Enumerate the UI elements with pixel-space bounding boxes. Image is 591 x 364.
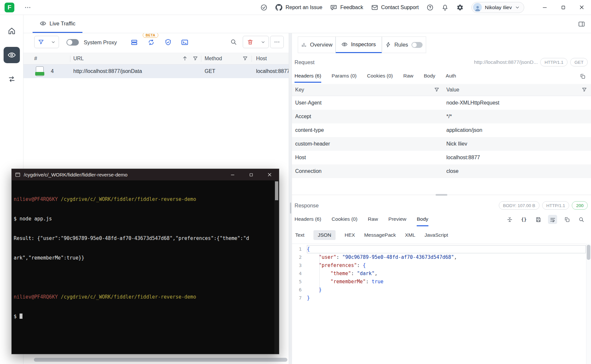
terminal-close-icon[interactable] xyxy=(260,169,279,180)
columns-view-icon[interactable] xyxy=(130,38,138,46)
code-scrollbar-track[interactable] xyxy=(586,244,591,364)
report-issue-button[interactable]: Report an Issue xyxy=(275,4,322,11)
format-tab-hex[interactable]: HEX xyxy=(345,232,355,238)
top-bar: F Report an Issue Feedback xyxy=(0,0,591,15)
filter-button-group[interactable] xyxy=(34,36,59,48)
terminal-scrollbar[interactable] xyxy=(274,180,279,354)
filter-icon[interactable] xyxy=(35,36,48,48)
sidebar-item-live-traffic[interactable] xyxy=(4,47,20,63)
header-row[interactable]: custom-headerNick Iliev xyxy=(292,137,591,151)
column-url[interactable]: URL xyxy=(73,53,84,64)
request-tab-body[interactable]: Body xyxy=(424,70,435,83)
user-menu[interactable]: Nikolay Iliev xyxy=(471,2,524,13)
header-value: close xyxy=(446,168,591,174)
feedback-button[interactable]: Feedback xyxy=(330,4,363,11)
column-host[interactable]: Host xyxy=(256,53,267,64)
inspector-splitter[interactable] xyxy=(292,193,591,197)
code-line[interactable]: 4 "theme": "dark", xyxy=(292,270,586,278)
terminal-maximize-icon[interactable] xyxy=(242,169,260,180)
json-body-code[interactable]: 1{2 "user": "90c96789-95e0-48fd-af70-436… xyxy=(292,244,586,364)
status-check-icon[interactable] xyxy=(260,4,267,11)
more-options-button[interactable] xyxy=(270,36,284,48)
format-tab-text[interactable]: Text xyxy=(295,232,304,238)
code-line[interactable]: 3 "preferences": { xyxy=(292,261,586,270)
filter-method-icon[interactable] xyxy=(242,56,248,61)
header-row[interactable]: content-typeapplication/json xyxy=(292,123,591,137)
rules-toggle[interactable] xyxy=(411,42,423,48)
request-tab-auth[interactable]: Auth xyxy=(446,70,456,83)
sidebar-item-home[interactable] xyxy=(4,23,20,39)
notifications-bell-icon[interactable] xyxy=(441,4,449,11)
minimize-icon[interactable] xyxy=(535,0,554,15)
format-tab-javascript[interactable]: JavaScript xyxy=(425,232,448,238)
maximize-icon[interactable] xyxy=(554,0,572,15)
request-title: Request xyxy=(295,59,314,65)
header-row[interactable]: Accept*/* xyxy=(292,110,591,123)
tab-inspectors[interactable]: Inspectors xyxy=(336,36,382,53)
panel-splitter[interactable] xyxy=(289,33,292,364)
column-method[interactable]: Method xyxy=(205,53,222,64)
layout-panels-icon[interactable] xyxy=(578,21,585,28)
code-line[interactable]: 5 "rememberMe": true xyxy=(292,278,586,286)
system-proxy-toggle[interactable] xyxy=(66,39,79,46)
copy-icon[interactable] xyxy=(562,215,571,224)
contact-support-button[interactable]: Contact Support xyxy=(371,4,419,11)
format-tab-json[interactable]: JSON xyxy=(313,230,335,240)
terminal-scrollbar-thumb[interactable] xyxy=(275,181,278,200)
copy-request-icon[interactable] xyxy=(580,73,586,79)
request-tab-headers[interactable]: Headers (6) xyxy=(295,70,321,83)
app-logo[interactable]: F xyxy=(5,3,14,12)
terminal-body[interactable]: niliev@PF4RQ6KY /cygdrive/c/_WORK/fiddle… xyxy=(12,180,279,354)
request-tab-params[interactable]: Params (0) xyxy=(332,70,357,83)
chevron-down-icon[interactable] xyxy=(257,36,268,48)
response-tab-headers[interactable]: Headers (6) xyxy=(295,213,321,226)
session-row[interactable]: JSON 4 http://localhost:8877/jsonData GE… xyxy=(23,64,289,78)
fold-icon[interactable] xyxy=(505,215,514,224)
format-tab-xml[interactable]: XML xyxy=(405,232,415,238)
close-icon[interactable] xyxy=(572,0,591,15)
word-wrap-icon[interactable] xyxy=(548,215,557,224)
settings-gear-icon[interactable] xyxy=(456,4,464,11)
filter-value-icon[interactable] xyxy=(582,87,587,92)
tab-rules[interactable]: Rules xyxy=(382,36,426,53)
search-body-icon[interactable] xyxy=(577,215,586,224)
response-tab-cookies[interactable]: Cookies (0) xyxy=(332,213,357,226)
terminal-minimize-icon[interactable] xyxy=(223,169,242,180)
request-tab-cookies[interactable]: Cookies (0) xyxy=(367,70,393,83)
terminal-title-bar[interactable]: /cygdrive/c/_WORK/fiddler/fiddler-revers… xyxy=(12,169,279,180)
help-icon[interactable] xyxy=(426,4,434,11)
terminal-icon[interactable] xyxy=(181,38,189,46)
tab-live-traffic[interactable]: Live Traffic xyxy=(33,15,82,33)
header-row[interactable]: Connectionclose xyxy=(292,164,591,178)
column-number[interactable]: # xyxy=(34,53,37,64)
tab-overview[interactable]: Overview xyxy=(298,36,336,53)
code-line[interactable]: 1{ xyxy=(292,245,586,253)
response-tab-preview[interactable]: Preview xyxy=(388,213,406,226)
chevron-down-icon[interactable] xyxy=(48,36,59,48)
request-tab-raw[interactable]: Raw xyxy=(403,70,413,83)
response-tab-body[interactable]: Body xyxy=(417,213,428,226)
filter-key-icon[interactable] xyxy=(434,87,440,92)
horizontal-scrollbar[interactable] xyxy=(34,358,287,362)
search-icon[interactable] xyxy=(230,38,237,46)
format-tab-messagepack[interactable]: MessagePack xyxy=(364,232,396,238)
filter-url-icon[interactable] xyxy=(193,56,198,61)
sidebar-item-composer[interactable] xyxy=(4,71,20,87)
terminal-window[interactable]: /cygdrive/c/_WORK/fiddler/fiddler-revers… xyxy=(11,169,279,354)
delete-button-group[interactable] xyxy=(243,36,269,48)
trash-icon[interactable] xyxy=(243,36,257,48)
code-scrollbar-thumb[interactable] xyxy=(587,245,590,260)
header-row[interactable]: Hostlocalhost:8877 xyxy=(292,151,591,164)
https-shield-icon[interactable] xyxy=(164,38,172,46)
auto-responder-icon[interactable] xyxy=(147,38,155,46)
code-line[interactable]: 2 "user": "90c96789-95e0-48fd-af70-43673… xyxy=(292,253,586,261)
save-icon[interactable] xyxy=(534,215,543,224)
more-menu-icon[interactable] xyxy=(24,4,31,11)
code-line[interactable]: 6 } xyxy=(292,286,586,294)
header-row[interactable]: User-Agentnode-XMLHttpRequest xyxy=(292,96,591,110)
braces-icon[interactable]: {} xyxy=(519,215,528,224)
terminal-input-line[interactable]: $ xyxy=(14,313,271,320)
response-tab-raw[interactable]: Raw xyxy=(368,213,378,226)
code-line[interactable]: 7} xyxy=(292,294,586,302)
sort-asc-icon[interactable] xyxy=(182,55,188,62)
